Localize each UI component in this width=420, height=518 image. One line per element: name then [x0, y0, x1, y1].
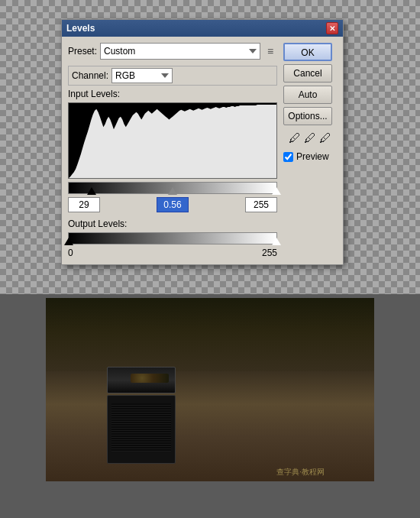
input-white-thumb[interactable]: [272, 187, 281, 195]
auto-button[interactable]: Auto: [283, 86, 332, 104]
input-gamma-thumb[interactable]: [168, 187, 177, 195]
input-black-thumb[interactable]: [87, 187, 96, 195]
marshall-amp: [107, 367, 183, 466]
output-black-value: 0: [68, 248, 73, 258]
preset-label: Preset:: [68, 46, 97, 57]
ok-button[interactable]: OK: [283, 43, 332, 61]
amp-grill: [111, 403, 171, 452]
background-photo: 查字典·教程网: [46, 298, 374, 481]
preview-row: Preview: [283, 151, 337, 162]
options-button[interactable]: Options...: [283, 107, 332, 125]
output-white-value: 255: [262, 248, 277, 258]
preset-select[interactable]: Custom: [100, 43, 260, 60]
close-button[interactable]: ✕: [326, 22, 338, 34]
watermark-text: 查字典·教程网: [276, 467, 325, 478]
channel-select[interactable]: RGB: [111, 68, 173, 83]
gray-eyedropper-icon[interactable]: 🖊: [304, 131, 316, 145]
output-levels-label: Output Levels:: [68, 219, 277, 229]
input-black-value[interactable]: [68, 197, 100, 212]
input-slider-track[interactable]: [68, 182, 277, 194]
input-values-row: [68, 197, 277, 212]
output-black-thumb[interactable]: [64, 238, 73, 245]
preview-checkbox[interactable]: [283, 152, 293, 162]
black-eyedropper-icon[interactable]: 🖊: [289, 131, 301, 145]
preset-row: Preset: Custom ≡: [68, 43, 277, 60]
dialog-left-panel: Preset: Custom ≡ Channel: RGB Input Leve…: [68, 43, 277, 258]
dialog-right-panel: OK Cancel Auto Options... 🖊 🖊 🖊 Preview: [283, 43, 337, 258]
histogram-container: [68, 102, 277, 179]
dialog-titlebar: Levels ✕: [62, 20, 343, 37]
channel-label: Channel:: [72, 70, 108, 81]
output-values-row: 0 255: [68, 248, 277, 258]
channel-row: Channel: RGB: [68, 66, 277, 86]
dialog-body: Preset: Custom ≡ Channel: RGB Input Leve…: [62, 37, 343, 264]
levels-dialog: Levels ✕ Preset: Custom ≡ Channel: RGB: [61, 19, 344, 265]
preview-label: Preview: [296, 151, 329, 162]
input-white-value[interactable]: [245, 197, 277, 212]
dialog-title: Levels: [66, 23, 95, 34]
histogram-svg: [69, 103, 276, 178]
output-white-thumb[interactable]: [272, 238, 281, 245]
cancel-button[interactable]: Cancel: [283, 64, 332, 83]
white-eyedropper-icon[interactable]: 🖊: [319, 131, 331, 145]
eyedropper-row: 🖊 🖊 🖊: [283, 131, 337, 145]
input-gamma-value[interactable]: [157, 197, 189, 212]
amp-head: [107, 367, 176, 393]
amp-body: [107, 395, 176, 464]
preset-icon[interactable]: ≡: [263, 44, 277, 58]
input-levels-label: Input Levels:: [68, 89, 277, 99]
sky-area: [46, 298, 374, 380]
rocks-area: [46, 371, 374, 481]
output-slider-track[interactable]: [68, 232, 277, 244]
